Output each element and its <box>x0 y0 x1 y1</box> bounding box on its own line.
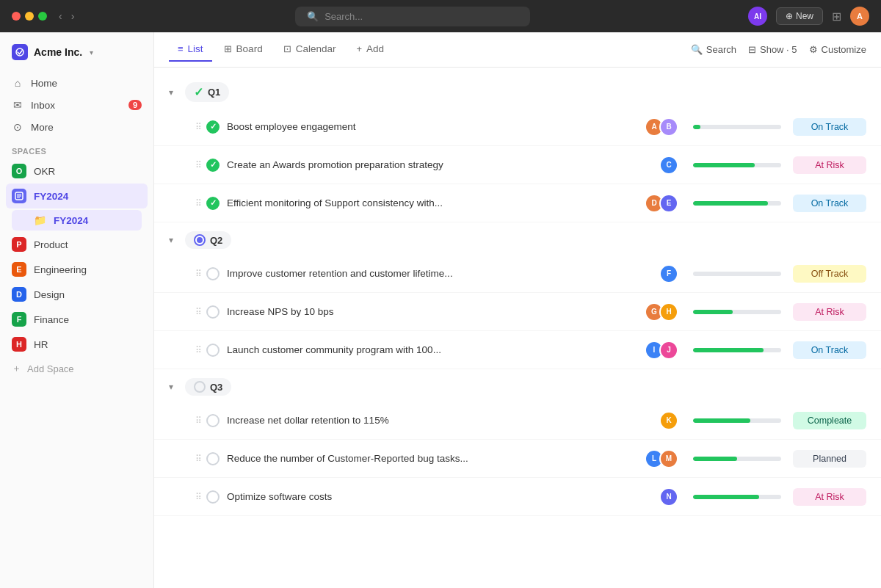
plus-icon: ＋ <box>12 362 21 375</box>
q-progress-icon <box>194 234 206 246</box>
status-badge: Compleate <box>793 412 866 429</box>
title-bar: ‹ › 🔍 Search... AI ⊕ New ⊞ A <box>0 0 881 32</box>
task-name: Launch customer community program with 1… <box>227 344 645 355</box>
drag-handle[interactable]: ⠿ <box>195 160 202 170</box>
drag-handle[interactable]: ⠿ <box>195 454 202 464</box>
drag-handle[interactable]: ⠿ <box>195 415 202 426</box>
back-button[interactable]: ‹ <box>56 9 65 23</box>
plus-icon: ⊕ <box>786 11 793 21</box>
space-item-engineering[interactable]: E Engineering <box>6 257 148 282</box>
task-avatar: M <box>659 449 678 468</box>
status-badge: On Track <box>793 195 866 212</box>
new-button[interactable]: ⊕ New <box>776 7 823 25</box>
space-item-fy2024-parent[interactable]: FY2024 <box>6 184 148 208</box>
board-icon: ⊞ <box>224 43 232 54</box>
drag-handle[interactable]: ⠿ <box>195 307 202 317</box>
drag-handle[interactable]: ⠿ <box>195 492 202 502</box>
drag-handle[interactable]: ⠿ <box>195 345 202 355</box>
space-subfolder-fy2024[interactable]: 📁 FY2024 <box>12 210 142 231</box>
global-search-bar[interactable]: 🔍 Search... <box>295 7 530 26</box>
q-empty-icon <box>194 381 206 393</box>
status-badge: At Risk <box>793 156 866 174</box>
task-checkbox[interactable] <box>206 197 220 210</box>
drag-handle[interactable]: ⠿ <box>195 122 202 132</box>
task-checkbox[interactable] <box>206 344 220 357</box>
space-item-hr[interactable]: H HR <box>6 332 148 357</box>
task-checkbox[interactable] <box>206 159 220 172</box>
grid-icon[interactable]: ⊞ <box>832 10 841 23</box>
task-progress <box>693 201 781 206</box>
maximize-button[interactable] <box>38 12 47 21</box>
task-progress <box>693 495 781 499</box>
quarter-header-q1[interactable]: ▾ ✓ Q1 <box>154 73 881 108</box>
task-avatars: F <box>659 264 678 283</box>
tab-add[interactable]: + Add <box>347 37 393 62</box>
task-checkbox[interactable] <box>206 120 220 134</box>
forward-button[interactable]: › <box>68 9 78 23</box>
sidebar-item-more[interactable]: ⊙ More <box>6 116 148 138</box>
task-checkbox[interactable] <box>206 452 220 465</box>
task-row[interactable]: ⠿ Improve customer retention and custome… <box>154 255 881 293</box>
space-dot-fy2024 <box>12 189 26 203</box>
status-badge: Off Track <box>793 265 866 283</box>
ai-badge[interactable]: AI <box>748 7 767 26</box>
drag-handle[interactable]: ⠿ <box>195 269 202 279</box>
task-row[interactable]: ⠿ Increase net dollar retention to 115% … <box>154 402 881 440</box>
space-item-design[interactable]: D Design <box>6 282 148 307</box>
drag-handle[interactable]: ⠿ <box>195 198 202 208</box>
customize-action[interactable]: ⚙ Customize <box>809 44 866 55</box>
task-list: ▾ ✓ Q1 ⠿ Boost employee engagement AB On… <box>154 68 881 588</box>
quarter-badge: ✓ Q1 <box>185 82 229 102</box>
minimize-button[interactable] <box>25 12 34 21</box>
task-checkbox[interactable] <box>206 267 220 280</box>
tab-list[interactable]: ≡ List <box>169 37 212 62</box>
user-avatar[interactable]: A <box>850 7 869 26</box>
task-avatar: F <box>659 264 678 283</box>
task-avatar: K <box>659 411 678 430</box>
add-space-button[interactable]: ＋ Add Space <box>0 357 153 380</box>
toolbar-tabs: ≡ List ⊞ Board ⊡ Calendar + Add <box>169 37 393 62</box>
task-checkbox[interactable] <box>206 305 220 319</box>
space-item-product[interactable]: P Product <box>6 232 148 257</box>
task-row[interactable]: ⠿ Optimize software costs N At Risk <box>154 478 881 516</box>
inbox-badge: 9 <box>128 100 142 110</box>
task-row[interactable]: ⠿ Boost employee engagement AB On Track <box>154 108 881 146</box>
tab-board[interactable]: ⊞ Board <box>215 37 272 62</box>
quarter-badge: Q2 <box>185 231 231 249</box>
space-item-okr[interactable]: O OKR <box>6 159 148 184</box>
task-progress <box>693 310 781 314</box>
task-avatar: B <box>659 117 678 137</box>
sidebar-item-home[interactable]: ⌂ Home <box>6 72 148 94</box>
more-icon: ⊙ <box>12 121 23 133</box>
toolbar-actions: 🔍 Search ⊟ Show · 5 ⚙ Customize <box>691 44 866 55</box>
task-avatar: E <box>659 194 678 213</box>
q-check-icon: ✓ <box>194 85 203 99</box>
task-name: Boost employee engagement <box>227 121 645 132</box>
task-checkbox[interactable] <box>206 414 220 427</box>
quarter-toggle[interactable]: ▾ <box>169 235 179 245</box>
close-button[interactable] <box>12 12 21 21</box>
search-action[interactable]: 🔍 Search <box>691 44 736 55</box>
list-icon: ≡ <box>178 43 184 54</box>
task-checkbox[interactable] <box>206 490 220 504</box>
quarter-label: Q1 <box>208 87 220 98</box>
space-item-finance[interactable]: F Finance <box>6 307 148 332</box>
quarter-header-q2[interactable]: ▾ Q2 <box>154 222 881 255</box>
space-dot-hr: H <box>12 337 26 352</box>
quarter-header-q3[interactable]: ▾ Q3 <box>154 369 881 402</box>
task-row[interactable]: ⠿ Efficient monitoring of Support consis… <box>154 184 881 222</box>
show-action[interactable]: ⊟ Show · 5 <box>748 44 797 55</box>
task-row[interactable]: ⠿ Launch customer community program with… <box>154 331 881 369</box>
quarter-toggle[interactable]: ▾ <box>169 87 179 98</box>
title-bar-center: 🔍 Search... <box>77 7 748 26</box>
sidebar-item-inbox[interactable]: ✉ Inbox 9 <box>6 94 148 116</box>
task-row[interactable]: ⠿ Create an Awards promotion preparation… <box>154 146 881 184</box>
show-icon: ⊟ <box>748 44 756 55</box>
folder-icon: 📁 <box>34 214 46 226</box>
tab-calendar[interactable]: ⊡ Calendar <box>275 37 345 62</box>
task-name: Reduce the number of Customer-Reported b… <box>227 453 645 464</box>
task-row[interactable]: ⠿ Increase NPS by 10 bps GH At Risk <box>154 293 881 331</box>
brand-header[interactable]: Acme Inc. ▾ <box>0 41 153 69</box>
quarter-toggle[interactable]: ▾ <box>169 382 179 392</box>
task-row[interactable]: ⠿ Reduce the number of Customer-Reported… <box>154 440 881 478</box>
